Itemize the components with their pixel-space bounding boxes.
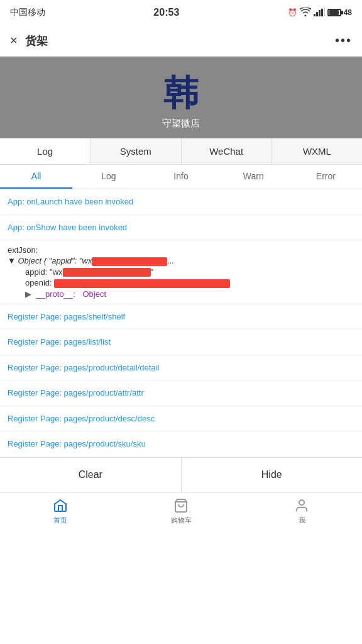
ext-json-block: extJson: ▼ Object { "appid": "wx ... app… (0, 240, 362, 304)
status-bar: 中国移动 20:53 ⏰ 48 (0, 0, 362, 25)
level-tabs: All Log Info Warn Error (0, 165, 362, 189)
battery-icon (327, 9, 341, 16)
app-name-label: 守望微店 (162, 118, 200, 130)
wifi-icon (300, 8, 311, 18)
level-tab-log[interactable]: Log (72, 165, 145, 189)
cart-label: 购物车 (171, 516, 192, 525)
redacted-appid-obj (92, 257, 167, 266)
log-entry-desc: Register Page: pages/product/desc/desc (0, 406, 362, 432)
carrier-label: 中国移动 (10, 7, 45, 18)
nav-bar: × 货架 ••• (0, 25, 362, 57)
signal-icon (314, 8, 325, 18)
level-tab-all[interactable]: All (0, 165, 72, 189)
ext-json-proto: ▶ __proto__: Object (8, 289, 354, 299)
level-tab-error[interactable]: Error (290, 165, 362, 189)
tab-wxml[interactable]: WXML (272, 138, 362, 164)
svg-point-8 (299, 500, 304, 505)
svg-text:韩: 韩 (163, 74, 199, 112)
log-entry-list: Register Page: pages/list/list (0, 330, 362, 355)
svg-rect-4 (324, 8, 325, 16)
level-tab-warn[interactable]: Warn (217, 165, 290, 189)
level-tab-info[interactable]: Info (145, 165, 217, 189)
svg-rect-3 (321, 9, 323, 16)
redacted-appid-val (63, 268, 151, 277)
ext-json-label: extJson: (8, 245, 354, 255)
svg-rect-1 (316, 12, 318, 16)
redacted-openid-val (54, 279, 230, 288)
cart-icon (173, 497, 189, 514)
log-entry-2: App: onShow have been invoked (0, 215, 362, 241)
ext-json-obj: ▼ Object { "appid": "wx ... (8, 256, 354, 266)
ext-json-openid: openid: (8, 278, 354, 288)
nav-item-cart[interactable]: 购物车 (121, 493, 241, 530)
time-label: 20:53 (153, 7, 179, 18)
log-entry-shelf: Register Page: pages/shelf/shelf (0, 304, 362, 330)
page-title: 货架 (25, 33, 335, 48)
log-content: App: onLaunch have been invoked App: onS… (0, 189, 362, 457)
nav-item-profile[interactable]: 我 (241, 493, 362, 530)
battery-level: 48 (344, 8, 352, 17)
home-label: 首页 (53, 516, 67, 525)
app-logo-area: 韩 守望微店 (0, 57, 362, 138)
ext-json-appid: appid: "wx " (8, 267, 354, 277)
more-button[interactable]: ••• (335, 33, 352, 48)
tab-log[interactable]: Log (0, 138, 90, 164)
app-logo: 韩 (159, 70, 203, 114)
close-button[interactable]: × (10, 33, 18, 48)
bottom-action-bar: Clear Hide (0, 457, 362, 492)
bottom-nav: 首页 购物车 我 (0, 492, 362, 530)
clear-button[interactable]: Clear (0, 458, 182, 492)
home-icon (52, 497, 69, 514)
alarm-icon: ⏰ (288, 8, 297, 17)
nav-item-home[interactable]: 首页 (0, 493, 121, 530)
status-indicators: ⏰ 48 (288, 8, 352, 18)
hide-button[interactable]: Hide (182, 458, 363, 492)
svg-rect-2 (319, 10, 321, 16)
svg-rect-0 (314, 14, 315, 16)
debug-tabs: Log System WeChat WXML (0, 138, 362, 165)
log-entry-1: App: onLaunch have been invoked (0, 189, 362, 215)
log-entry-attr: Register Page: pages/product/attr/attr (0, 380, 362, 406)
log-entry-sku: Register Page: pages/product/sku/sku (0, 431, 362, 457)
tab-wechat[interactable]: WeChat (182, 138, 272, 164)
profile-icon (293, 497, 310, 514)
tab-system[interactable]: System (90, 138, 181, 164)
profile-label: 我 (299, 516, 305, 525)
log-entry-detail: Register Page: pages/product/detail/deta… (0, 355, 362, 381)
